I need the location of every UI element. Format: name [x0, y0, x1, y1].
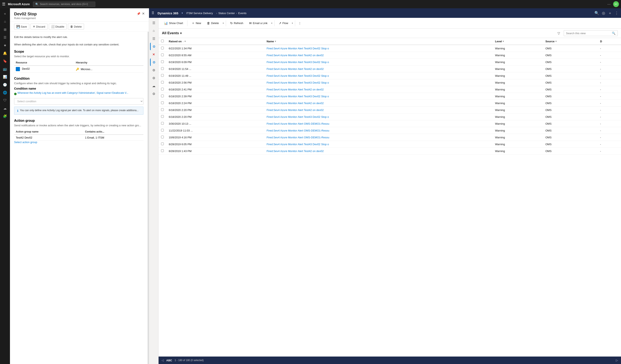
row-checkbox[interactable]: [161, 122, 164, 125]
d-nav-gear2[interactable]: ⚙: [150, 58, 157, 66]
email-link-button[interactable]: ✉ Email a Link: [247, 20, 270, 26]
event-name-cell[interactable]: Fired:Sev4 Azure Monitor Alert OMS-DEMO1…: [264, 134, 492, 141]
breadcrumb-status-center[interactable]: Status Center: [218, 12, 235, 15]
select-all-checkbox[interactable]: [161, 40, 164, 42]
sidebar-collapse-icon[interactable]: «: [1, 10, 9, 17]
sidebar-bell-icon[interactable]: 🔔: [1, 49, 9, 57]
event-name-cell[interactable]: Fired:Sev4 Azure Monitor Alert OMS-DEMO1…: [264, 127, 492, 134]
event-name-cell[interactable]: Fired:Sev4 Azure Monitor Alert Test43 De…: [264, 114, 492, 120]
discard-button[interactable]: ✕ Discard: [31, 24, 48, 30]
sidebar-resources-icon[interactable]: ☰: [1, 33, 9, 41]
row-checkbox[interactable]: [161, 47, 164, 49]
sidebar-shield-icon[interactable]: 🛡: [1, 97, 9, 104]
row-checkbox-cell[interactable]: [158, 107, 166, 114]
row-checkbox-cell[interactable]: [158, 86, 166, 93]
row-checkbox[interactable]: [161, 67, 164, 70]
row-checkbox[interactable]: [161, 53, 164, 56]
event-name-cell[interactable]: Fired:Sev4 Azure Monitor Alert Test43 De…: [264, 59, 492, 66]
row-checkbox[interactable]: [161, 136, 164, 138]
row-checkbox-cell[interactable]: [158, 59, 166, 66]
d-nav-x-circle[interactable]: ✕: [150, 50, 157, 58]
azure-hamburger-icon[interactable]: ☰: [2, 2, 5, 6]
d-nav-gear4[interactable]: ⚙: [150, 74, 157, 82]
close-icon[interactable]: ✕: [142, 12, 145, 16]
refresh-button[interactable]: ↻ Refresh: [228, 20, 246, 26]
condition-link[interactable]: Whenever the Activity Log has an event w…: [17, 91, 128, 94]
save-button[interactable]: 💾 Save: [14, 24, 29, 30]
d-nav-gear1[interactable]: ⚙: [150, 43, 157, 50]
event-name-cell[interactable]: Fired:Sev4 Azure Monitor Alert Test42 on…: [264, 148, 492, 154]
sidebar-clock-icon[interactable]: 🕐: [1, 81, 9, 88]
more-icon[interactable]: ⋯: [607, 2, 611, 6]
d-nav-gear3[interactable]: ⚙: [150, 66, 157, 74]
select-action-group-link[interactable]: Select action group: [14, 141, 37, 144]
name-col-header[interactable]: Name ▾: [264, 38, 492, 45]
checkbox-col-header[interactable]: [158, 38, 166, 45]
row-checkbox[interactable]: [161, 101, 164, 104]
sidebar-globe-icon[interactable]: 🌐: [1, 89, 9, 96]
row-checkbox-cell[interactable]: [158, 141, 166, 148]
event-name-cell[interactable]: Fired:Sev4 Azure Monitor Alert Test42 on…: [264, 107, 492, 114]
sidebar-monitor-icon[interactable]: 📺: [1, 65, 9, 73]
event-name-cell[interactable]: Fired:Sev4 Azure Monitor Alert Test42 on…: [264, 66, 492, 72]
row-checkbox[interactable]: [161, 129, 164, 132]
plus-icon[interactable]: ＋: [608, 11, 612, 16]
show-chart-button[interactable]: 📊 Show Chart: [161, 20, 186, 26]
d-nav-home[interactable]: ⌂: [150, 27, 157, 34]
row-checkbox[interactable]: [161, 74, 164, 77]
sidebar-puzzle-icon[interactable]: 🧩: [1, 112, 9, 120]
more-options-button[interactable]: ⋮: [297, 20, 303, 26]
settings-topbar-icon[interactable]: ⋮: [615, 11, 619, 15]
sidebar-home-icon[interactable]: ⌂: [1, 18, 9, 25]
d-nav-list[interactable]: ☰: [150, 35, 157, 42]
d-nav-cloud[interactable]: ☁: [150, 82, 157, 90]
target-icon[interactable]: ◎: [602, 11, 605, 15]
raised-on-chevron-icon[interactable]: ▾: [185, 40, 186, 43]
row-checkbox-cell[interactable]: [158, 100, 166, 107]
event-name-cell[interactable]: Fired:Sev4 Azure Monitor Alert Test42 on…: [264, 52, 492, 59]
row-checkbox[interactable]: [161, 88, 164, 90]
search-topbar-icon[interactable]: 🔍: [594, 11, 599, 15]
raised-on-col-header[interactable]: Raised on ↓ ▾: [166, 38, 264, 45]
dynamics-grid-icon[interactable]: ⠿: [152, 11, 154, 15]
search-input[interactable]: [566, 32, 611, 35]
level-chevron-icon[interactable]: ▾: [503, 40, 504, 43]
rules-panel-scrollbar[interactable]: [148, 32, 149, 364]
event-name-cell[interactable]: Fired:Sev4 Azure Monitor Alert Test43 De…: [264, 79, 492, 86]
sidebar-chart-icon[interactable]: 📊: [1, 73, 9, 81]
row-checkbox-cell[interactable]: [158, 52, 166, 59]
sidebar-cloud-icon[interactable]: ☁: [1, 104, 9, 112]
row-checkbox-cell[interactable]: [158, 127, 166, 134]
left-arrow-icon[interactable]: ◁: [161, 359, 164, 362]
row-checkbox-cell[interactable]: [158, 45, 166, 52]
row-checkbox[interactable]: [161, 60, 164, 63]
d-nav-collapse[interactable]: ☰: [150, 19, 157, 27]
row-checkbox-cell[interactable]: [158, 148, 166, 154]
right-arrow-icon[interactable]: ▷: [616, 359, 618, 362]
row-checkbox[interactable]: [161, 108, 164, 111]
event-name-cell[interactable]: Fired:Sev4 Azure Monitor Alert Test43 De…: [264, 45, 492, 52]
row-checkbox-cell[interactable]: [158, 93, 166, 100]
row-checkbox-cell[interactable]: [158, 79, 166, 86]
row-checkbox[interactable]: [161, 149, 164, 152]
new-button[interactable]: ＋ New: [189, 20, 204, 26]
event-name-cell[interactable]: Fired:Sev4 Azure Monitor Alert Test43 De…: [264, 141, 492, 148]
sidebar-star-icon[interactable]: ★: [1, 41, 9, 49]
row-checkbox-cell[interactable]: [158, 72, 166, 79]
row-checkbox-cell[interactable]: [158, 66, 166, 72]
delete-button[interactable]: 🗑 Delete: [68, 24, 84, 30]
row-checkbox[interactable]: [161, 143, 164, 145]
row-checkbox[interactable]: [161, 95, 164, 97]
source-chevron-icon[interactable]: ▾: [555, 40, 557, 43]
sidebar-dashboard-icon[interactable]: ⊞: [1, 26, 9, 33]
d-nav-gear5[interactable]: ⚙: [150, 90, 157, 98]
azure-search-bar[interactable]: 🔍 Search resources, services, and docs (…: [33, 2, 95, 7]
delete-chevron[interactable]: ▾: [222, 22, 224, 24]
row-checkbox-cell[interactable]: [158, 114, 166, 120]
disable-button[interactable]: ⬜ Disable: [49, 24, 67, 30]
pin-icon[interactable]: 📌: [137, 12, 140, 15]
source-col-header[interactable]: Source ▾: [543, 38, 598, 45]
sidebar-tag-icon[interactable]: 🔖: [1, 57, 9, 65]
level-col-header[interactable]: Level ▾: [493, 38, 543, 45]
name-chevron-icon[interactable]: ▾: [275, 40, 276, 43]
